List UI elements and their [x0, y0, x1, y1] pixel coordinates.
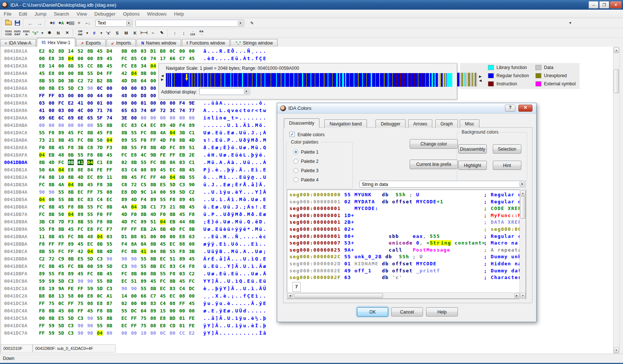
- hex-byte[interactable]: 45: [106, 56, 112, 61]
- hex-byte[interactable]: 89: [160, 122, 166, 128]
- hex-byte[interactable]: 9B: [150, 152, 156, 158]
- hex-byte[interactable]: 03: [39, 100, 45, 106]
- hex-byte[interactable]: 14: [49, 63, 55, 69]
- hex-byte[interactable]: 83: [170, 286, 176, 291]
- hex-byte[interactable]: 00: [189, 293, 195, 299]
- hex-byte[interactable]: 8B: [106, 323, 112, 328]
- hex-byte[interactable]: 55: [131, 145, 137, 150]
- hex-byte[interactable]: EC: [160, 263, 166, 269]
- hex-byte[interactable]: FC: [58, 249, 64, 254]
- hex-byte[interactable]: 45: [97, 48, 103, 54]
- hex-byte[interactable]: FF: [150, 137, 156, 143]
- hex-byte[interactable]: C3: [68, 323, 74, 328]
- hex-byte[interactable]: E5: [58, 315, 64, 321]
- hex-byte[interactable]: FC: [170, 145, 176, 150]
- hex-byte[interactable]: C7: [179, 56, 185, 61]
- hex-byte[interactable]: 00: [131, 330, 137, 336]
- hex-byte[interactable]: 04: [106, 137, 112, 143]
- hex-byte[interactable]: 5D: [106, 263, 112, 269]
- hex-byte[interactable]: 8B: [150, 145, 156, 150]
- hex-byte[interactable]: 00: [87, 263, 93, 269]
- hex-byte[interactable]: C4: [160, 301, 166, 306]
- tab-strings-window[interactable]: ".."Strings window: [230, 39, 278, 47]
- hex-byte[interactable]: 51: [150, 219, 156, 224]
- hex-byte[interactable]: A1: [106, 293, 112, 299]
- hex-byte[interactable]: FF: [68, 301, 74, 306]
- search-binary-icon[interactable]: ⌖101: [66, 19, 74, 27]
- hex-byte[interactable]: 75: [141, 323, 147, 328]
- hex-byte[interactable]: 55: [49, 78, 55, 83]
- hex-byte[interactable]: 59: [49, 330, 55, 336]
- hex-byte[interactable]: 65: [87, 115, 93, 121]
- hex-byte[interactable]: 55: [97, 278, 103, 284]
- hex-byte[interactable]: 45: [179, 211, 185, 217]
- hex-byte[interactable]: 00: [170, 330, 176, 336]
- hex-byte[interactable]: FC: [78, 137, 83, 143]
- hex-byte[interactable]: F7: [106, 226, 112, 232]
- hex-byte[interactable]: FF: [39, 93, 45, 98]
- hex-byte[interactable]: F8: [97, 219, 103, 224]
- hex-byte[interactable]: 00: [87, 93, 93, 98]
- hex-byte[interactable]: F8: [97, 308, 103, 314]
- navigator-band-fragment[interactable]: [457, 73, 477, 86]
- hex-byte[interactable]: 00: [150, 100, 156, 106]
- cancel-button[interactable]: Cancel: [391, 307, 423, 317]
- hex-byte[interactable]: C2: [189, 271, 195, 276]
- jump-down-icon[interactable]: ⌐↓: [84, 19, 92, 27]
- hex-byte[interactable]: C3: [179, 182, 185, 187]
- hex-byte[interactable]: C1: [189, 130, 195, 135]
- hex-byte[interactable]: EC: [160, 286, 166, 291]
- open-file-button[interactable]: [4, 19, 13, 27]
- hex-byte[interactable]: C0: [141, 56, 147, 61]
- scroll-thumb[interactable]: [614, 69, 619, 93]
- hex-byte[interactable]: 45: [189, 204, 195, 210]
- toolbar2-icon-0[interactable]: 0101COD: [4, 29, 13, 37]
- hex-byte[interactable]: FF: [39, 301, 45, 306]
- hex-byte[interactable]: B8: [49, 293, 55, 299]
- hex-byte[interactable]: 03: [141, 85, 147, 91]
- hex-byte[interactable]: 8B: [87, 130, 93, 135]
- hex-row[interactable]: 0041DA1AE2028D14528B45D48B0803D1B80C0000…: [1, 48, 613, 56]
- hex-byte[interactable]: 90: [87, 315, 93, 321]
- hex-byte[interactable]: 45: [78, 271, 83, 276]
- hex-byte[interactable]: E5: [78, 256, 83, 262]
- hex-byte[interactable]: 55: [131, 137, 137, 143]
- hex-byte[interactable]: 76: [106, 108, 112, 113]
- color-item-selector[interactable]: String in data▼: [360, 181, 526, 188]
- search-gray-icon[interactable]: ⌖: [75, 19, 83, 27]
- hex-byte[interactable]: 90: [131, 263, 137, 269]
- hex-byte[interactable]: 00: [39, 315, 45, 321]
- hex-byte[interactable]: 89: [39, 271, 45, 276]
- hex-byte[interactable]: F8: [189, 211, 195, 217]
- hex-byte[interactable]: 08: [141, 167, 147, 173]
- hex-byte[interactable]: 5D: [58, 330, 64, 336]
- toolbar2-icon-16[interactable]: ⊢⊣: [140, 29, 148, 37]
- hex-byte[interactable]: 8B: [78, 234, 83, 239]
- hex-byte[interactable]: 48: [87, 234, 93, 239]
- hex-byte[interactable]: FC: [141, 174, 147, 180]
- menu-view[interactable]: View: [73, 10, 91, 17]
- hex-byte[interactable]: 55: [87, 211, 93, 217]
- hex-byte[interactable]: 14: [121, 293, 127, 299]
- search-text-icon[interactable]: ⌖A: [57, 19, 65, 27]
- hex-byte[interactable]: C3: [97, 256, 103, 262]
- hex-byte[interactable]: 6E: [49, 115, 55, 121]
- hex-byte[interactable]: 8B: [106, 308, 112, 314]
- hex-byte[interactable]: FF: [150, 174, 156, 180]
- hex-byte[interactable]: 5D: [87, 256, 93, 262]
- hex-byte[interactable]: E8: [68, 167, 74, 173]
- hex-byte[interactable]: 51: [189, 145, 195, 150]
- hex-byte[interactable]: 04: [160, 219, 166, 224]
- hex-byte[interactable]: 74: [141, 108, 147, 113]
- hex-byte[interactable]: F0: [97, 211, 103, 217]
- change-color-button[interactable]: Change color: [410, 139, 458, 149]
- hex-byte[interactable]: F8: [189, 263, 195, 269]
- hex-byte[interactable]: 69: [68, 115, 74, 121]
- hex-byte[interactable]: 00: [49, 100, 55, 106]
- hex-byte[interactable]: 13: [58, 293, 64, 299]
- hex-byte[interactable]: 8D: [58, 48, 64, 54]
- hex-byte[interactable]: 6A: [49, 167, 55, 173]
- hex-byte[interactable]: FF: [170, 152, 176, 158]
- hex-byte[interactable]: 45: [58, 234, 64, 239]
- hex-byte[interactable]: 5D: [58, 278, 64, 284]
